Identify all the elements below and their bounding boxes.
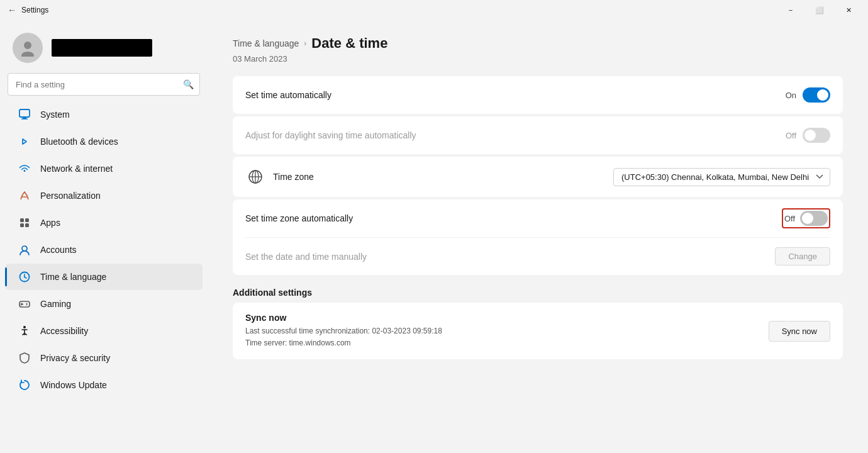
sync-now-button[interactable]: Sync now bbox=[769, 321, 830, 342]
sidebar-item-apps[interactable]: Apps bbox=[5, 210, 203, 236]
timezone-icon bbox=[245, 167, 265, 187]
sync-info: Sync now Last successful time synchroniz… bbox=[245, 313, 442, 349]
set-time-auto-label: Set time automatically bbox=[245, 90, 331, 100]
close-button[interactable]: ✕ bbox=[834, 0, 863, 20]
app-container: 🔍 System bbox=[0, 20, 868, 453]
titlebar-title: Settings bbox=[21, 6, 48, 14]
sidebar-label-privacy: Privacy & security bbox=[40, 353, 110, 363]
row-set-time-auto: Set time automatically On bbox=[245, 76, 830, 114]
sidebar-item-gaming[interactable]: Gaming bbox=[5, 291, 203, 317]
sidebar-item-time[interactable]: Time & language bbox=[5, 264, 203, 290]
breadcrumb: Time & language › Date & time bbox=[233, 35, 843, 52]
set-tz-auto-state: Off bbox=[784, 214, 795, 223]
sidebar-label-time: Time & language bbox=[40, 272, 106, 282]
page-title: Date & time bbox=[311, 35, 387, 52]
svg-rect-6 bbox=[25, 218, 29, 222]
breadcrumb-parent[interactable]: Time & language bbox=[233, 38, 299, 48]
sidebar: 🔍 System bbox=[0, 20, 208, 453]
sidebar-item-accounts[interactable]: Accounts bbox=[5, 237, 203, 263]
user-section bbox=[0, 20, 208, 73]
sync-title: Sync now bbox=[245, 313, 442, 323]
toggle-knob bbox=[817, 89, 828, 101]
main-content: Time & language › Date & time 03 March 2… bbox=[208, 20, 868, 453]
sidebar-item-bluetooth[interactable]: Bluetooth & devices bbox=[5, 128, 203, 155]
sidebar-label-network: Network & internet bbox=[40, 164, 113, 174]
timezone-text-label: Time zone bbox=[273, 172, 314, 182]
gaming-icon bbox=[18, 297, 31, 311]
settings-card-time-auto: Set time automatically On bbox=[233, 76, 843, 114]
daylight-toggle-knob bbox=[804, 130, 816, 141]
sidebar-item-accessibility[interactable]: Accessibility bbox=[5, 318, 203, 344]
set-time-auto-state: On bbox=[786, 91, 796, 100]
sync-card: Sync now Last successful time synchroniz… bbox=[233, 303, 843, 359]
settings-card-tz-auto: Set time zone automatically Off Set the … bbox=[233, 199, 843, 275]
svg-rect-2 bbox=[19, 109, 30, 117]
bluetooth-icon bbox=[18, 135, 31, 148]
set-time-auto-right: On bbox=[786, 87, 830, 103]
sidebar-label-apps: Apps bbox=[40, 218, 60, 228]
sidebar-item-update[interactable]: Windows Update bbox=[5, 372, 203, 398]
sidebar-label-gaming: Gaming bbox=[40, 299, 71, 309]
personalization-icon bbox=[18, 189, 31, 203]
accounts-icon bbox=[18, 243, 31, 257]
svg-rect-8 bbox=[25, 223, 29, 227]
sidebar-item-network[interactable]: Network & internet bbox=[5, 155, 203, 182]
accessibility-icon bbox=[18, 324, 31, 338]
change-button[interactable]: Change bbox=[775, 247, 830, 266]
svg-point-17 bbox=[23, 326, 26, 328]
sidebar-label-system: System bbox=[40, 109, 70, 120]
svg-point-1 bbox=[21, 52, 34, 57]
user-name-redacted bbox=[52, 39, 152, 57]
sidebar-item-system[interactable]: System bbox=[5, 101, 203, 128]
svg-point-0 bbox=[24, 42, 31, 49]
svg-rect-7 bbox=[20, 223, 24, 227]
search-icon: 🔍 bbox=[183, 79, 194, 89]
daylight-state: Off bbox=[786, 131, 796, 140]
set-date-manual-label: Set the date and time manually bbox=[245, 252, 367, 262]
titlebar: ← Settings − ⬜ ✕ bbox=[0, 0, 868, 20]
daylight-right: Off bbox=[786, 128, 830, 143]
row-set-date-manual: Set the date and time manually Change bbox=[245, 237, 830, 275]
sidebar-label-accounts: Accounts bbox=[40, 245, 77, 255]
sidebar-label-update: Windows Update bbox=[40, 380, 107, 390]
row-timezone: Time zone (UTC+05:30) Chennai, Kolkata, … bbox=[245, 157, 830, 197]
titlebar-left: ← Settings bbox=[8, 5, 48, 15]
svg-rect-5 bbox=[20, 218, 24, 222]
privacy-icon bbox=[18, 351, 31, 365]
update-icon bbox=[18, 378, 31, 392]
svg-point-16 bbox=[26, 305, 28, 306]
sidebar-label-bluetooth: Bluetooth & devices bbox=[40, 137, 118, 147]
network-icon bbox=[18, 162, 31, 176]
set-tz-auto-right: Off bbox=[782, 208, 830, 228]
sidebar-label-accessibility: Accessibility bbox=[40, 326, 88, 336]
additional-settings-heading: Additional settings bbox=[233, 288, 843, 298]
sidebar-item-privacy[interactable]: Privacy & security bbox=[5, 345, 203, 371]
sync-detail-line2: Time server: time.windows.com bbox=[245, 337, 442, 349]
time-icon bbox=[18, 270, 31, 284]
tz-auto-toggle-knob bbox=[802, 213, 813, 224]
set-tz-auto-toggle[interactable] bbox=[800, 211, 828, 226]
settings-card-daylight: Adjust for daylight saving time automati… bbox=[233, 116, 843, 154]
sidebar-item-personalization[interactable]: Personalization bbox=[5, 182, 203, 209]
settings-card-timezone: Time zone (UTC+05:30) Chennai, Kolkata, … bbox=[233, 157, 843, 197]
tz-auto-toggle-highlight: Off bbox=[782, 208, 830, 228]
timezone-select[interactable]: (UTC+05:30) Chennai, Kolkata, Mumbai, Ne… bbox=[613, 168, 830, 186]
svg-point-15 bbox=[26, 303, 28, 305]
back-icon[interactable]: ← bbox=[8, 5, 16, 15]
search-input[interactable] bbox=[8, 73, 200, 96]
sidebar-nav: System Bluetooth & devices bbox=[0, 101, 208, 399]
system-icon bbox=[18, 108, 31, 121]
daylight-toggle[interactable] bbox=[803, 128, 830, 143]
set-time-auto-toggle[interactable] bbox=[803, 87, 830, 103]
row-daylight: Adjust for daylight saving time automati… bbox=[245, 116, 830, 154]
maximize-button[interactable]: ⬜ bbox=[805, 0, 834, 20]
row-set-tz-auto: Set time zone automatically Off bbox=[245, 199, 830, 237]
search-box: 🔍 bbox=[8, 73, 200, 96]
apps-icon bbox=[18, 216, 31, 230]
minimize-button[interactable]: − bbox=[776, 0, 805, 20]
svg-point-9 bbox=[22, 246, 27, 251]
sidebar-label-personalization: Personalization bbox=[40, 191, 101, 201]
set-tz-auto-label: Set time zone automatically bbox=[245, 213, 353, 223]
timezone-label: Time zone bbox=[245, 167, 314, 187]
sync-top: Sync now Last successful time synchroniz… bbox=[245, 313, 830, 349]
